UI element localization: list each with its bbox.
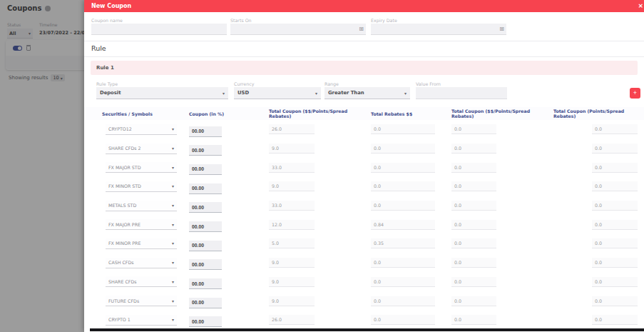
total-coupon-3-value[interactable]: 0.0 [592, 258, 638, 268]
total-coupon-value[interactable]: 9.0 [269, 258, 315, 268]
total-coupon-3-value[interactable]: 0.0 [592, 144, 638, 154]
total-rebates-value[interactable]: 0.0 [371, 163, 435, 173]
coupon-name-label: Coupon name [91, 18, 123, 23]
chevron-down-icon: ▾ [172, 260, 174, 265]
security-name: FUTURE CFDs [108, 298, 139, 303]
table-row: SHARE CFDs▾9.00.00.00.0 [84, 273, 644, 292]
table-header-row: Securities / Symbols Coupon (in %) Total… [84, 107, 644, 120]
coupon-percent-input[interactable] [189, 241, 222, 251]
total-coupon-value[interactable]: 9.0 [269, 181, 315, 191]
total-coupon-2-value[interactable]: 0.0 [451, 144, 496, 154]
total-coupon-2-value[interactable]: 0.0 [451, 277, 496, 287]
total-coupon-3-value[interactable]: 0.0 [592, 296, 638, 306]
total-coupon-2-value[interactable]: 0.0 [451, 296, 496, 306]
currency-value: USD [237, 90, 249, 96]
security-select[interactable]: FX MINOR PRE▾ [106, 238, 177, 249]
security-name: CASH CFDs [108, 260, 134, 265]
table-row: CRYPTO 1▾26.00.00.00.0 [84, 311, 644, 330]
coupon-percent-input[interactable] [189, 164, 222, 175]
table-row: FX MINOR PRE▾5.00.350.00.0 [84, 234, 644, 253]
total-coupon-value[interactable]: 9.0 [269, 277, 315, 287]
security-select[interactable]: SHARE CFDs▾ [106, 276, 177, 287]
add-rule-button[interactable]: + [630, 88, 640, 99]
chevron-down-icon: ▾ [172, 126, 174, 131]
security-select[interactable]: SHARE CFDs 2▾ [106, 144, 177, 154]
table-row: CASH CFDs▾9.00.00.00.0 [84, 253, 644, 273]
total-rebates-value[interactable]: 0.0 [371, 124, 435, 134]
coupon-percent-input[interactable] [189, 221, 222, 232]
currency-select[interactable]: USD ▾ [234, 87, 321, 99]
security-select[interactable]: FX MAJOR PRE▾ [106, 219, 177, 230]
total-coupon-3-value[interactable]: 0.0 [592, 277, 638, 287]
total-coupon-value[interactable]: 33.0 [269, 163, 315, 173]
close-icon[interactable]: × [638, 2, 643, 9]
total-coupon-3-value[interactable]: 0.0 [592, 238, 638, 248]
coupon-percent-input[interactable] [189, 278, 222, 289]
total-coupon-2-value[interactable]: 0.0 [451, 238, 496, 248]
security-name: CRYPTO12 [108, 126, 132, 131]
table-row: FUTURE CFDs▾9.00.00.00.0 [84, 291, 644, 311]
total-coupon-2-value[interactable]: 0.0 [451, 220, 496, 230]
total-coupon-2-value[interactable]: 0.0 [451, 163, 496, 173]
security-select[interactable]: FX MAJOR STD▾ [106, 162, 177, 173]
total-coupon-3-value[interactable]: 0.0 [592, 124, 638, 134]
coupon-percent-input[interactable] [189, 126, 222, 137]
total-coupon-3-value[interactable]: 0.0 [592, 201, 638, 211]
total-coupon-2-value[interactable]: 0.0 [451, 181, 496, 191]
table-row: FX MAJOR PRE▾12.00.840.00.0 [84, 215, 644, 234]
coupon-percent-input[interactable] [189, 259, 222, 270]
col-header-coupon-pct: Coupon (in %) [189, 111, 269, 116]
new-coupon-modal: New Coupon × Coupon name Starts On ⊞ Exp… [84, 0, 644, 332]
security-name: FX MAJOR PRE [108, 222, 140, 227]
coupon-percent-input[interactable] [189, 145, 222, 156]
total-coupon-value[interactable]: 9.0 [269, 144, 315, 154]
security-select[interactable]: FX MINOR STD▾ [106, 181, 177, 192]
total-coupon-2-value[interactable]: 0.0 [451, 258, 496, 268]
total-rebates-value[interactable]: 0.0 [371, 258, 435, 268]
total-coupon-3-value[interactable]: 0.0 [592, 315, 638, 325]
chevron-down-icon: ▾ [404, 91, 407, 96]
total-coupon-value[interactable]: 5.0 [269, 238, 315, 248]
value-from-input[interactable] [416, 87, 507, 99]
rule1-header[interactable]: Rule 1 [91, 61, 638, 75]
total-rebates-value[interactable]: 0.0 [371, 201, 435, 211]
securities-table: Securities / Symbols Coupon (in %) Total… [84, 107, 644, 332]
total-coupon-value[interactable]: 26.0 [269, 315, 315, 325]
security-select[interactable]: CRYPTO 1▾ [106, 315, 177, 326]
security-name: CRYPTO 1 [108, 317, 131, 322]
total-coupon-value[interactable]: 12.0 [269, 220, 315, 230]
rule-type-select[interactable]: Deposit ▾ [96, 87, 228, 99]
security-select[interactable]: CASH CFDs▾ [106, 258, 177, 268]
coupon-percent-input[interactable] [189, 183, 222, 194]
security-select[interactable]: METALS STD▾ [106, 201, 177, 211]
horizontal-scrollbar[interactable] [90, 328, 644, 331]
total-rebates-value[interactable]: 0.0 [371, 181, 435, 191]
coupon-name-input[interactable] [91, 24, 227, 35]
coupon-percent-input[interactable] [189, 298, 222, 308]
total-coupon-3-value[interactable]: 0.0 [592, 220, 638, 230]
total-coupon-value[interactable]: 33.0 [269, 201, 315, 211]
total-rebates-value[interactable]: 0.35 [371, 238, 435, 248]
total-coupon-3-value[interactable]: 0.0 [592, 181, 638, 191]
security-select[interactable]: FUTURE CFDs▾ [106, 296, 177, 306]
total-rebates-value[interactable]: 0.0 [371, 144, 435, 154]
starts-on-input[interactable]: ⊞ [230, 24, 366, 35]
total-coupon-2-value[interactable]: 0.0 [451, 201, 496, 211]
security-select[interactable]: CRYPTO12▾ [106, 124, 177, 135]
total-coupon-value[interactable]: 9.0 [269, 296, 315, 306]
chevron-down-icon: ▾ [172, 165, 174, 170]
total-rebates-value[interactable]: 0.84 [371, 220, 435, 230]
rule-section-title: Rule [91, 44, 106, 52]
coupon-percent-input[interactable] [189, 202, 222, 213]
total-rebates-value[interactable]: 0.0 [371, 277, 435, 287]
range-select[interactable]: Greater Than ▾ [324, 87, 410, 99]
total-coupon-value[interactable]: 26.0 [269, 124, 315, 134]
total-rebates-value[interactable]: 0.0 [371, 296, 435, 306]
expiry-date-input[interactable]: ⊞ [371, 24, 506, 35]
chevron-down-icon: ▾ [172, 222, 174, 227]
total-rebates-value[interactable]: 0.0 [371, 315, 435, 325]
total-coupon-3-value[interactable]: 0.0 [592, 163, 638, 173]
total-coupon-2-value[interactable]: 0.0 [451, 124, 496, 134]
coupon-percent-input[interactable] [189, 316, 222, 327]
total-coupon-2-value[interactable]: 0.0 [451, 315, 496, 325]
